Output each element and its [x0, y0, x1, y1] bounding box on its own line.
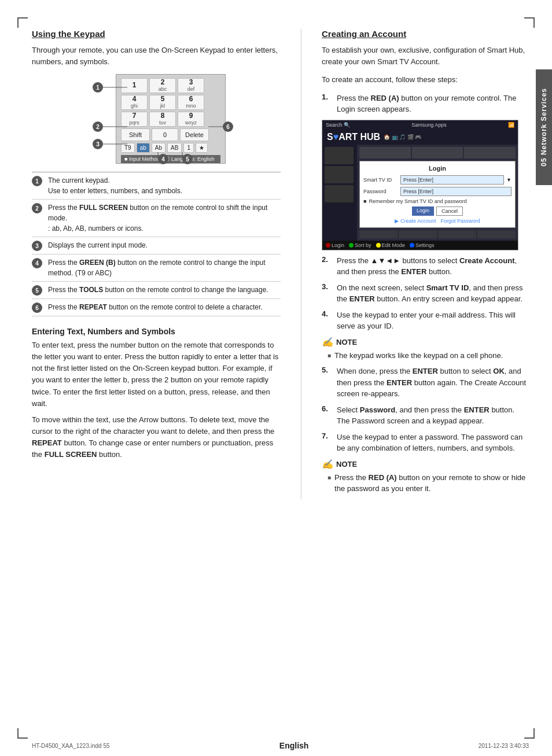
- ls-btile-2: [399, 230, 437, 238]
- ls-tile-2: [412, 147, 463, 158]
- keypad-wrapper: 1 2 3 4 5 6: [81, 74, 231, 164]
- keypad-key-4: 4 ghi: [121, 95, 148, 110]
- right-intro-text-1: To establish your own, exclusive, config…: [322, 45, 529, 67]
- ls-create-account-link[interactable]: ▶ Create Account: [395, 218, 436, 224]
- callout-6: 6: [223, 121, 233, 132]
- callout-4: 4: [158, 154, 168, 164]
- keypad-key-5: 5 jkl: [149, 95, 176, 110]
- note-item-2-1: ■ Press the RED (A) button on your remot…: [322, 472, 529, 495]
- note-text-1-1: The keypad works like the keypad on a ce…: [334, 350, 503, 362]
- chapter-tab-label: 05 Network Services: [540, 88, 548, 167]
- note-icon-2: ✍: [322, 459, 333, 470]
- step-5: 5. When done, press the ENTER button to …: [322, 366, 529, 400]
- annotation-row-3: 3 Displays the current input mode.: [32, 237, 281, 255]
- callout-1: 1: [93, 82, 103, 93]
- note-label-1: NOTE: [336, 338, 357, 346]
- step-5-text: When done, press the ENTER button to sel…: [337, 366, 529, 400]
- callout-2: 2: [93, 121, 103, 132]
- annotation-text-5: Press the TOOLS button on the remote con…: [48, 285, 281, 295]
- footer-file: HT-D4500_XAA_1223.indd 55: [32, 743, 110, 749]
- ls-cancel-btn[interactable]: Cancel: [436, 206, 463, 216]
- ls-sidebar: [322, 145, 357, 241]
- page-content: Using the Keypad Through your remote, yo…: [32, 29, 529, 727]
- note-label-2: NOTE: [336, 460, 357, 469]
- annotation-text-6: Press the REPEAT button on the remote co…: [48, 302, 281, 312]
- ls-sidebar-item-1: [325, 147, 354, 164]
- keypad-mode-row: T9 ab Ab AB 1 ★: [121, 143, 220, 153]
- note-title-2: ✍ NOTE: [322, 459, 529, 470]
- step-1-text: Press the RED (A) button on your remote …: [337, 93, 529, 115]
- annotation-row-4: 4 Press the GREEN (B) button on the remo…: [32, 255, 281, 282]
- ls-logo-bar: S♥ART HUB 🏠 📺 🎵 🎬 🎮: [322, 130, 518, 145]
- keypad-key-9: 9 wxyz: [178, 112, 204, 127]
- note-title-1: ✍ NOTE: [322, 337, 529, 348]
- note-text-2-1: Press the RED (A) button on your remote …: [334, 472, 529, 495]
- ls-password-label: Password: [363, 189, 398, 194]
- ls-bottom-sortby: Sort by: [349, 242, 371, 248]
- ls-tile-3: [464, 147, 516, 158]
- ls-blue-dot: [410, 243, 414, 248]
- ls-remember-row: ■ Remember my Smart TV ID and password: [363, 198, 511, 204]
- note-item-1-1: ■ The keypad works like the keypad on a …: [322, 350, 529, 362]
- ls-bottom-login: Login: [326, 242, 344, 248]
- column-divider: [301, 29, 301, 499]
- ls-main-area: Login Smart TV ID Press [Enter] ▼ Passwo…: [322, 145, 518, 241]
- corner-mark-tr: [524, 17, 535, 28]
- ls-sidebar-item-3: [325, 185, 354, 202]
- ls-samsung-apps: Samsung Apps: [411, 122, 447, 128]
- ls-yellow-dot: [376, 243, 381, 248]
- ls-green-dot: [349, 243, 354, 248]
- ls-red-dot: [326, 243, 330, 248]
- ls-topbar: Search 🔍 Samsung Apps 📶: [322, 120, 518, 130]
- annotation-text-2: Press the FULL SCREEN button on the remo…: [48, 202, 281, 234]
- keypad-key-6: 6 mno: [178, 95, 204, 110]
- keypad-key-3: 3 def: [178, 78, 204, 93]
- annotation-text-3: Displays the current input mode.: [48, 240, 281, 250]
- corner-mark-br: [524, 728, 535, 739]
- ls-logo-icons: 🏠 📺 🎵 🎬 🎮: [384, 134, 513, 140]
- keypad-zero: 0: [152, 128, 178, 141]
- ls-bottom-bar: Login Sort by Edit Mode Settings: [322, 241, 518, 250]
- step-3-num: 3.: [322, 282, 332, 291]
- mode-key-t9: T9: [121, 143, 135, 153]
- annotation-num-6: 6: [32, 303, 42, 313]
- keypad-row-3: 7 pqrs 8 tuv 9 wxyz: [121, 112, 220, 127]
- step-1-num: 1.: [322, 93, 332, 101]
- ls-checkbox-icon: ■: [363, 198, 366, 204]
- ls-bottom-settings: Settings: [410, 242, 435, 248]
- step-6: 6. Select Password, and then press the E…: [322, 404, 529, 427]
- step-4: 4. Use the keypad to enter your e-mail a…: [322, 309, 529, 332]
- mode-key-1: 1: [183, 143, 194, 153]
- ls-password-input[interactable]: Press [Enter]: [400, 187, 511, 196]
- mode-key-Ab: Ab: [152, 143, 165, 153]
- step-4-num: 4.: [322, 309, 332, 318]
- mode-key-AB: AB: [167, 143, 182, 153]
- step-3: 3. On the next screen, select Smart TV I…: [322, 282, 529, 305]
- steps-list: 1. Press the RED (A) button on your remo…: [322, 93, 529, 115]
- ls-password-row: Password Press [Enter]: [363, 187, 511, 196]
- chapter-tab: 05 Network Services: [536, 69, 552, 185]
- login-screen-mockup: Search 🔍 Samsung Apps 📶 S♥ART HUB 🏠 📺 🎵 …: [322, 120, 518, 250]
- ls-bottom-tiles: [359, 230, 516, 238]
- ls-remember-label: Remember my Smart TV ID and password: [369, 198, 466, 204]
- ls-login-btn[interactable]: Login: [412, 206, 434, 216]
- left-column: Using the Keypad Through your remote, yo…: [32, 29, 281, 499]
- annotation-num-3: 3: [32, 241, 42, 251]
- entering-text-para1: To enter text, press the number button o…: [32, 340, 281, 410]
- corner-mark-bl: [17, 728, 28, 739]
- annotation-row-1: 1 The current keypad.Use to enter letter…: [32, 172, 281, 200]
- ls-smarttv-id-label: Smart TV ID: [363, 177, 398, 183]
- annotation-num-2: 2: [32, 203, 42, 213]
- ls-content-grid: [359, 147, 516, 158]
- note-box-1: ✍ NOTE ■ The keypad works like the keypa…: [322, 337, 529, 362]
- note-bullet-2-1: ■: [327, 473, 331, 482]
- step-7-num: 7.: [322, 432, 332, 440]
- entering-text-title: Entering Text, Numbers and Symbols: [32, 327, 281, 336]
- ls-smarttv-id-input[interactable]: Press [Enter]: [400, 175, 504, 185]
- ls-btile-4: [477, 230, 516, 238]
- annotations-table: 1 The current keypad.Use to enter letter…: [32, 172, 281, 316]
- ls-links: ▶ Create Account Forgot Password: [363, 218, 511, 224]
- ls-forgot-password-link[interactable]: Forgot Password: [441, 218, 480, 224]
- keypad-shift: Shift: [121, 128, 150, 141]
- callout-3: 3: [93, 139, 103, 149]
